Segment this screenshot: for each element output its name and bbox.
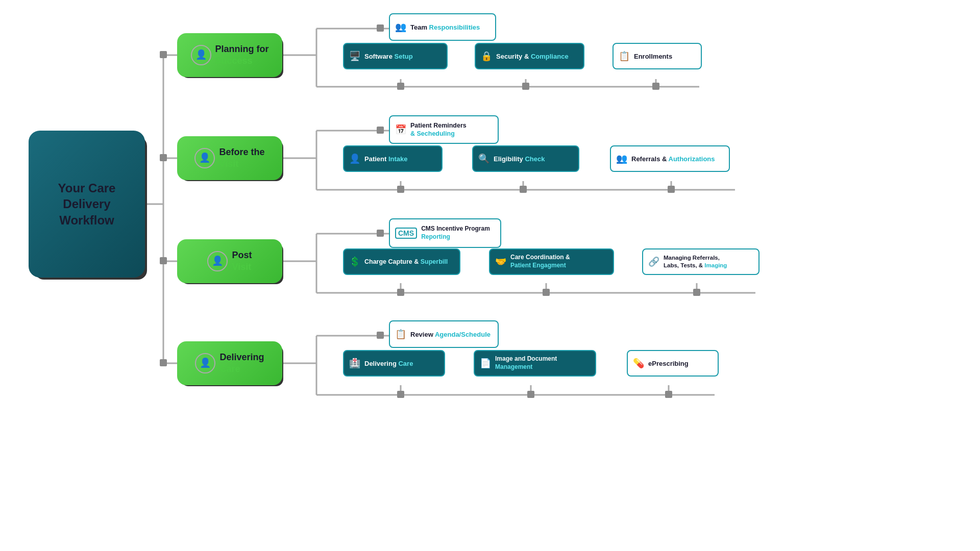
patient-reminders-icon: 📅 bbox=[395, 124, 406, 135]
before-visit-label-line1: Before the bbox=[219, 146, 264, 158]
charge-capture-label: Charge Capture & Superbill bbox=[364, 258, 448, 265]
team-responsibilities-icon: 👥 bbox=[395, 21, 406, 33]
svg-rect-48 bbox=[543, 289, 550, 296]
before-visit-label-green: Visit bbox=[219, 158, 264, 170]
planning-label-line1: Planning for bbox=[215, 43, 269, 55]
svg-rect-51 bbox=[397, 391, 404, 398]
software-setup-icon: 🖥️ bbox=[349, 51, 360, 62]
top-node-cms-incentive[interactable]: CMS CMS Incentive Program Reporting bbox=[389, 218, 501, 248]
delivering-care-sub-label: Delivering Care bbox=[364, 360, 413, 367]
software-setup-label: Software Setup bbox=[364, 53, 413, 60]
main-workflow-title: Your Care Delivery Workflow bbox=[41, 180, 133, 228]
referrals-label: Referrals & Authorizations bbox=[631, 155, 715, 163]
svg-rect-49 bbox=[693, 289, 700, 296]
delivering-care-icon: 👤 bbox=[195, 353, 215, 373]
svg-rect-41 bbox=[652, 83, 659, 90]
category-planning[interactable]: 👤 Planning for Success bbox=[179, 35, 281, 76]
enrollments-icon: 📋 bbox=[619, 51, 630, 62]
svg-rect-47 bbox=[397, 289, 404, 296]
svg-rect-44 bbox=[520, 186, 527, 193]
svg-rect-57 bbox=[160, 359, 167, 366]
node-security-compliance[interactable]: 🔒 Security & Compliance bbox=[475, 43, 584, 69]
cms-icon: CMS bbox=[395, 228, 417, 239]
svg-rect-43 bbox=[397, 186, 404, 193]
managing-referrals-sub: Labs, Tests, & Imaging bbox=[664, 262, 727, 269]
before-visit-icon: 👤 bbox=[194, 148, 215, 168]
patient-intake-icon: 👤 bbox=[349, 153, 360, 164]
svg-rect-46 bbox=[377, 230, 384, 237]
cms-sub: Reporting bbox=[421, 233, 490, 241]
node-delivering-care[interactable]: 🏥 Delivering Care bbox=[343, 350, 445, 377]
security-compliance-icon: 🔒 bbox=[481, 51, 492, 62]
image-document-sub: Management bbox=[495, 363, 557, 371]
svg-rect-39 bbox=[397, 83, 404, 90]
care-coord-label: Care Coordination & bbox=[510, 254, 570, 262]
post-visit-label-green: Visit bbox=[232, 261, 252, 273]
category-delivering-care[interactable]: 👤 Delivering Care bbox=[179, 343, 281, 384]
post-visit-label-line1: Post bbox=[232, 249, 252, 261]
delivering-care-label-line1: Delivering bbox=[219, 352, 264, 363]
top-node-review-agenda[interactable]: 📋 Review Agenda/Schedule bbox=[389, 320, 499, 348]
category-before-visit[interactable]: 👤 Before the Visit bbox=[179, 138, 281, 179]
node-enrollments[interactable]: 📋 Enrollments bbox=[612, 43, 702, 69]
svg-rect-38 bbox=[377, 24, 384, 32]
cms-label: CMS Incentive Program bbox=[421, 225, 490, 233]
svg-rect-56 bbox=[160, 257, 167, 264]
patient-intake-label: Patient Intake bbox=[364, 155, 408, 163]
node-eprescribing[interactable]: 💊 ePrescribing bbox=[627, 350, 719, 377]
eligibility-check-icon: 🔍 bbox=[478, 153, 489, 164]
svg-rect-50 bbox=[377, 332, 384, 339]
node-managing-referrals[interactable]: 🔗 Managing Referrals, Labs, Tests, & Ima… bbox=[642, 248, 760, 275]
node-charge-capture[interactable]: 💲 Charge Capture & Superbill bbox=[343, 248, 460, 275]
node-referrals-authorizations[interactable]: 👥 Referrals & Authorizations bbox=[610, 145, 730, 172]
svg-rect-53 bbox=[665, 391, 672, 398]
enrollments-label: Enrollments bbox=[634, 53, 672, 60]
team-responsibilities-label: Team Responsibilities bbox=[410, 23, 480, 31]
image-document-label: Image and Document bbox=[495, 355, 557, 363]
delivering-care-sub-icon: 🏥 bbox=[349, 358, 360, 369]
node-eligibility-check[interactable]: 🔍 Eligibility Check bbox=[472, 145, 579, 172]
managing-referrals-icon: 🔗 bbox=[648, 256, 659, 267]
svg-rect-54 bbox=[160, 51, 167, 58]
review-agenda-icon: 📋 bbox=[395, 329, 406, 340]
patient-reminders-label: Patient Reminders bbox=[410, 121, 467, 130]
planning-label-green: Success bbox=[215, 55, 269, 67]
planning-icon: 👤 bbox=[191, 45, 211, 65]
main-workflow-card: Your Care Delivery Workflow bbox=[31, 133, 143, 276]
patient-reminders-sub: & Secheduling bbox=[410, 130, 467, 138]
delivering-care-label-green: Care bbox=[219, 363, 264, 375]
care-coord-sub: Patient Engagment bbox=[510, 262, 570, 270]
svg-rect-45 bbox=[668, 186, 675, 193]
node-software-setup[interactable]: 🖥️ Software Setup bbox=[343, 43, 448, 69]
post-visit-icon: 👤 bbox=[207, 251, 228, 271]
eprescribing-label: ePrescribing bbox=[648, 360, 689, 367]
svg-rect-42 bbox=[377, 127, 384, 134]
review-agenda-label: Review Agenda/Schedule bbox=[410, 331, 491, 338]
managing-referrals-label: Managing Referrals, bbox=[664, 254, 727, 262]
node-care-coordination[interactable]: 🤝 Care Coordination & Patient Engagment bbox=[489, 248, 614, 275]
category-post-visit[interactable]: 👤 Post Visit bbox=[179, 241, 281, 282]
referrals-icon: 👥 bbox=[616, 153, 627, 164]
node-patient-intake[interactable]: 👤 Patient Intake bbox=[343, 145, 443, 172]
top-node-patient-reminders[interactable]: 📅 Patient Reminders & Secheduling bbox=[389, 115, 499, 144]
svg-rect-55 bbox=[160, 154, 167, 161]
svg-rect-40 bbox=[522, 83, 529, 90]
security-compliance-label: Security & Compliance bbox=[496, 53, 569, 60]
eligibility-check-label: Eligibility Check bbox=[494, 155, 545, 163]
top-node-team-responsibilities[interactable]: 👥 Team Responsibilities bbox=[389, 13, 496, 41]
charge-capture-icon: 💲 bbox=[349, 256, 360, 267]
eprescribing-icon: 💊 bbox=[633, 358, 644, 369]
image-document-icon: 📄 bbox=[480, 358, 491, 369]
care-coordination-icon: 🤝 bbox=[495, 256, 506, 267]
node-image-document[interactable]: 📄 Image and Document Management bbox=[474, 350, 596, 377]
svg-rect-52 bbox=[527, 391, 534, 398]
